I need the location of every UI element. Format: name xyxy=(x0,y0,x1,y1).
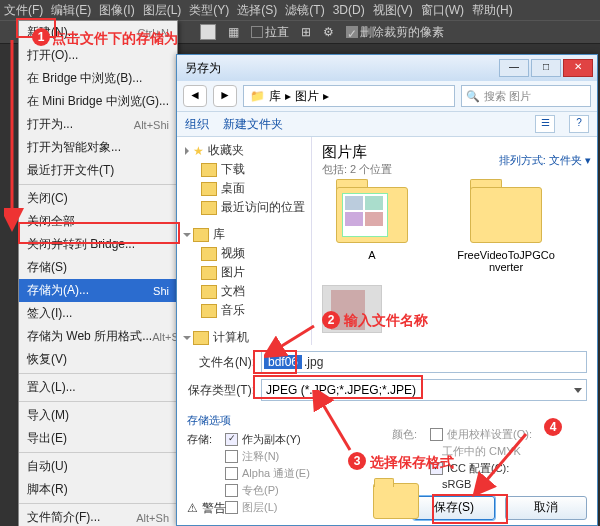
expand-icon[interactable] xyxy=(183,336,191,340)
menu-item[interactable]: 置入(L)... xyxy=(19,376,177,399)
close-button[interactable]: ✕ xyxy=(563,59,593,77)
filename-ext: .jpg xyxy=(304,355,323,369)
newfolder-button[interactable]: 新建文件夹 xyxy=(223,116,283,133)
checkbox-alpha[interactable] xyxy=(225,467,238,480)
grid-icon[interactable]: ▦ xyxy=(228,25,239,39)
opt-as-copy: 作为副本(Y) xyxy=(242,432,301,447)
menu-item-label: 关闭(C) xyxy=(27,190,68,207)
maximize-button[interactable]: □ xyxy=(531,59,561,77)
menu-item[interactable]: 关闭(C) xyxy=(19,187,177,210)
menu-item[interactable]: 新建(N)...Ctrl+N xyxy=(19,21,177,44)
dropdown-icon xyxy=(574,388,582,393)
menu-item[interactable]: 存储为 Web 所用格式...Alt+Shi xyxy=(19,325,177,348)
menu-item[interactable]: 打开为智能对象... xyxy=(19,136,177,159)
tree-music[interactable]: 音乐 xyxy=(221,302,245,319)
organize-menu[interactable]: 组织 xyxy=(185,116,209,133)
menu-item[interactable]: 导入(M) xyxy=(19,404,177,427)
opt-icc: ICC 配置(C): xyxy=(447,461,509,476)
save-button[interactable]: 保存(S) xyxy=(413,496,495,520)
menu-item[interactable]: 关闭并转到 Bridge... xyxy=(19,233,177,256)
folder-item[interactable]: A xyxy=(322,187,422,273)
view-mode-button[interactable]: ☰ xyxy=(535,115,555,133)
folder-view[interactable]: 图片库 包括: 2 个位置 排列方式: 文件夹 ▾ xyxy=(312,137,597,345)
checkbox-proof[interactable] xyxy=(430,428,443,441)
tree-documents[interactable]: 文档 xyxy=(221,283,245,300)
minimize-button[interactable]: — xyxy=(499,59,529,77)
image-thumb[interactable] xyxy=(322,285,382,333)
checkbox-icc[interactable]: ✓ xyxy=(430,462,443,475)
tree-videos[interactable]: 视频 xyxy=(221,245,245,262)
menu-item-label: 置入(L)... xyxy=(27,379,76,396)
folder-icon xyxy=(201,201,217,215)
checkbox-as-copy[interactable]: ✓ xyxy=(225,433,238,446)
menu-item-shortcut: Shi xyxy=(153,285,169,297)
menu-item[interactable]: 签入(I)... xyxy=(19,302,177,325)
menu-help[interactable]: 帮助(H) xyxy=(472,2,513,19)
filetype-select[interactable]: JPEG (*.JPG;*.JPEG;*.JPE) xyxy=(261,379,587,401)
menu-item[interactable]: 存储(S) xyxy=(19,256,177,279)
back-button[interactable]: ◄ xyxy=(183,85,207,107)
warning-icon: ⚠ xyxy=(187,501,198,515)
menu-type[interactable]: 类型(Y) xyxy=(189,2,229,19)
menu-item[interactable]: 导出(E) xyxy=(19,427,177,450)
sort-dropdown[interactable]: 文件夹 xyxy=(549,154,582,166)
menu-edit[interactable]: 编辑(E) xyxy=(51,2,91,19)
menu-item[interactable]: 恢复(V) xyxy=(19,348,177,371)
menu-item[interactable]: 打开为...Alt+Shi xyxy=(19,113,177,136)
crumb-here[interactable]: 图片 xyxy=(295,88,319,105)
menu-view[interactable]: 视图(V) xyxy=(373,2,413,19)
gear-icon[interactable]: ⚙ xyxy=(323,25,334,39)
menu-item-label: 最近打开文件(T) xyxy=(27,162,114,179)
menu-item[interactable]: 文件简介(F)...Alt+Sh xyxy=(19,506,177,526)
cancel-button[interactable]: 取消 xyxy=(505,496,587,520)
menu-item[interactable]: 最近打开文件(T) xyxy=(19,159,177,182)
file-context-menu[interactable]: 新建(N)...Ctrl+N打开(O)...在 Bridge 中浏览(B)...… xyxy=(18,20,178,526)
tree-pictures[interactable]: 图片 xyxy=(221,264,245,281)
folder-item[interactable]: FreeVideoToJPGConverter xyxy=(456,187,556,273)
menu-item[interactable]: 存储为(A)...Shi xyxy=(19,279,177,302)
folder-name: A xyxy=(322,249,422,261)
folder-icon xyxy=(201,266,217,280)
menu-file[interactable]: 文件(F) xyxy=(4,2,43,19)
forward-button[interactable]: ► xyxy=(213,85,237,107)
menu-item[interactable]: 在 Bridge 中浏览(B)... xyxy=(19,67,177,90)
menu-select[interactable]: 选择(S) xyxy=(237,2,277,19)
menu-item-label: 存储为(A)... xyxy=(27,282,89,299)
expand-icon[interactable] xyxy=(185,147,189,155)
filename-input[interactable]: bdf06.jpg xyxy=(261,351,587,373)
swatch-icon[interactable] xyxy=(200,24,216,40)
checkbox-icon[interactable] xyxy=(251,26,263,38)
menu-window[interactable]: 窗口(W) xyxy=(421,2,464,19)
options-save-label: 存储: xyxy=(187,432,221,447)
menu-image[interactable]: 图像(I) xyxy=(99,2,134,19)
menu-item[interactable]: 脚本(R) xyxy=(19,478,177,501)
menu-item[interactable]: 自动(U) xyxy=(19,455,177,478)
crumb-lib[interactable]: 库 xyxy=(269,88,281,105)
menu-layer[interactable]: 图层(L) xyxy=(143,2,182,19)
menu-3d[interactable]: 3D(D) xyxy=(333,3,365,17)
menu-item[interactable]: 在 Mini Bridge 中浏览(G)... xyxy=(19,90,177,113)
search-input[interactable]: 🔍 搜索 图片 xyxy=(461,85,591,107)
grid2-icon[interactable]: ⊞ xyxy=(301,25,311,39)
checkbox-notes[interactable] xyxy=(225,450,238,463)
folder-preview-icon xyxy=(342,193,388,237)
tree-favorites[interactable]: 收藏夹 xyxy=(208,142,244,159)
nav-tree[interactable]: ★收藏夹 下载 桌面 最近访问的位置 库 视频 图片 文档 音乐 计算机 Doc… xyxy=(177,137,312,345)
tree-recent[interactable]: 最近访问的位置 xyxy=(221,199,305,216)
breadcrumb[interactable]: 📁 库 ▸ 图片 ▸ xyxy=(243,85,455,107)
dialog-titlebar[interactable]: 另存为 — □ ✕ xyxy=(177,55,597,81)
filename-value: bdf06 xyxy=(264,355,302,369)
app-menubar[interactable]: 文件(F) 编辑(E) 图像(I) 图层(L) 类型(Y) 选择(S) 滤镜(T… xyxy=(0,0,600,20)
checkbox-icon[interactable]: ✓ xyxy=(346,26,358,38)
tree-computer[interactable]: 计算机 xyxy=(213,329,249,345)
menu-item[interactable]: 关闭全部 xyxy=(19,210,177,233)
menu-item[interactable]: 打开(O)... xyxy=(19,44,177,67)
hide-folders-button[interactable] xyxy=(373,483,419,519)
tree-libraries[interactable]: 库 xyxy=(213,226,225,243)
expand-icon[interactable] xyxy=(183,233,191,237)
help-button[interactable]: ? xyxy=(569,115,589,133)
menu-filter[interactable]: 滤镜(T) xyxy=(285,2,324,19)
tree-desktop[interactable]: 桌面 xyxy=(221,180,245,197)
opt-icc-sub: sRGB xyxy=(442,478,471,490)
tree-downloads[interactable]: 下载 xyxy=(221,161,245,178)
